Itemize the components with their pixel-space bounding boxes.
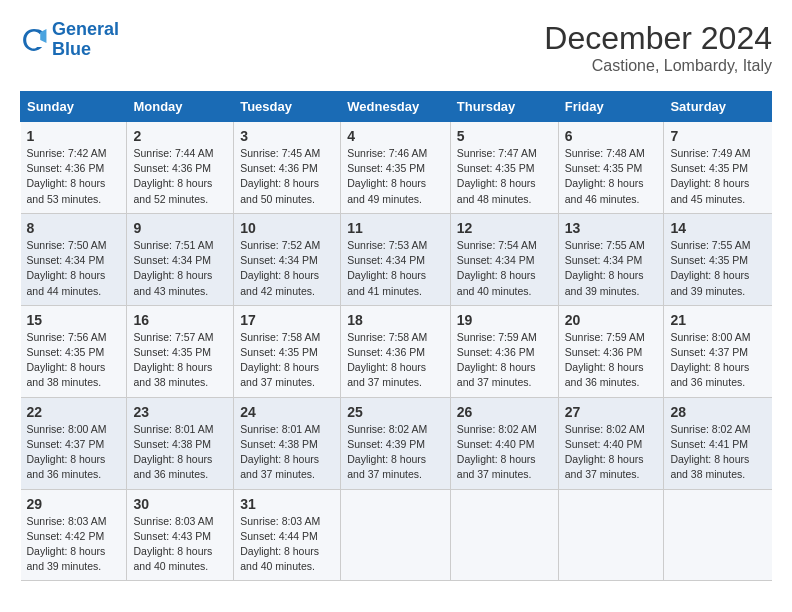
day-number: 7 bbox=[670, 128, 765, 144]
calendar-cell: 14Sunrise: 7:55 AMSunset: 4:35 PMDayligh… bbox=[664, 213, 772, 305]
day-number: 3 bbox=[240, 128, 334, 144]
day-info: Sunrise: 8:01 AMSunset: 4:38 PMDaylight:… bbox=[240, 422, 334, 483]
day-number: 16 bbox=[133, 312, 227, 328]
day-number: 13 bbox=[565, 220, 658, 236]
day-info: Sunrise: 7:56 AMSunset: 4:35 PMDaylight:… bbox=[27, 330, 121, 391]
day-number: 6 bbox=[565, 128, 658, 144]
month-year: December 2024 bbox=[544, 20, 772, 57]
calendar-cell: 8Sunrise: 7:50 AMSunset: 4:34 PMDaylight… bbox=[21, 213, 127, 305]
day-number: 23 bbox=[133, 404, 227, 420]
weekday-header-monday: Monday bbox=[127, 92, 234, 122]
day-number: 25 bbox=[347, 404, 444, 420]
day-number: 26 bbox=[457, 404, 552, 420]
day-info: Sunrise: 8:02 AMSunset: 4:40 PMDaylight:… bbox=[565, 422, 658, 483]
day-number: 12 bbox=[457, 220, 552, 236]
day-info: Sunrise: 7:57 AMSunset: 4:35 PMDaylight:… bbox=[133, 330, 227, 391]
day-info: Sunrise: 7:59 AMSunset: 4:36 PMDaylight:… bbox=[565, 330, 658, 391]
weekday-header-thursday: Thursday bbox=[450, 92, 558, 122]
day-info: Sunrise: 7:46 AMSunset: 4:35 PMDaylight:… bbox=[347, 146, 444, 207]
day-number: 18 bbox=[347, 312, 444, 328]
day-number: 22 bbox=[27, 404, 121, 420]
calendar-cell: 20Sunrise: 7:59 AMSunset: 4:36 PMDayligh… bbox=[558, 305, 664, 397]
day-number: 5 bbox=[457, 128, 552, 144]
calendar-cell: 6Sunrise: 7:48 AMSunset: 4:35 PMDaylight… bbox=[558, 122, 664, 214]
day-info: Sunrise: 7:59 AMSunset: 4:36 PMDaylight:… bbox=[457, 330, 552, 391]
calendar-cell: 26Sunrise: 8:02 AMSunset: 4:40 PMDayligh… bbox=[450, 397, 558, 489]
calendar-cell: 1Sunrise: 7:42 AMSunset: 4:36 PMDaylight… bbox=[21, 122, 127, 214]
calendar-cell: 2Sunrise: 7:44 AMSunset: 4:36 PMDaylight… bbox=[127, 122, 234, 214]
calendar-cell: 21Sunrise: 8:00 AMSunset: 4:37 PMDayligh… bbox=[664, 305, 772, 397]
calendar-cell: 27Sunrise: 8:02 AMSunset: 4:40 PMDayligh… bbox=[558, 397, 664, 489]
day-number: 17 bbox=[240, 312, 334, 328]
weekday-header-wednesday: Wednesday bbox=[341, 92, 451, 122]
calendar-cell: 30Sunrise: 8:03 AMSunset: 4:43 PMDayligh… bbox=[127, 489, 234, 581]
day-info: Sunrise: 7:52 AMSunset: 4:34 PMDaylight:… bbox=[240, 238, 334, 299]
calendar-cell: 23Sunrise: 8:01 AMSunset: 4:38 PMDayligh… bbox=[127, 397, 234, 489]
calendar-week-1: 1Sunrise: 7:42 AMSunset: 4:36 PMDaylight… bbox=[21, 122, 772, 214]
calendar-week-3: 15Sunrise: 7:56 AMSunset: 4:35 PMDayligh… bbox=[21, 305, 772, 397]
day-number: 2 bbox=[133, 128, 227, 144]
calendar-cell: 31Sunrise: 8:03 AMSunset: 4:44 PMDayligh… bbox=[234, 489, 341, 581]
calendar-cell: 17Sunrise: 7:58 AMSunset: 4:35 PMDayligh… bbox=[234, 305, 341, 397]
logo-icon bbox=[20, 26, 48, 54]
day-number: 27 bbox=[565, 404, 658, 420]
calendar-cell: 9Sunrise: 7:51 AMSunset: 4:34 PMDaylight… bbox=[127, 213, 234, 305]
weekday-header-tuesday: Tuesday bbox=[234, 92, 341, 122]
day-info: Sunrise: 7:58 AMSunset: 4:35 PMDaylight:… bbox=[240, 330, 334, 391]
day-info: Sunrise: 7:55 AMSunset: 4:35 PMDaylight:… bbox=[670, 238, 765, 299]
calendar-cell: 24Sunrise: 8:01 AMSunset: 4:38 PMDayligh… bbox=[234, 397, 341, 489]
day-number: 30 bbox=[133, 496, 227, 512]
day-info: Sunrise: 7:44 AMSunset: 4:36 PMDaylight:… bbox=[133, 146, 227, 207]
location: Castione, Lombardy, Italy bbox=[544, 57, 772, 75]
day-info: Sunrise: 7:49 AMSunset: 4:35 PMDaylight:… bbox=[670, 146, 765, 207]
calendar-cell: 19Sunrise: 7:59 AMSunset: 4:36 PMDayligh… bbox=[450, 305, 558, 397]
day-info: Sunrise: 8:03 AMSunset: 4:43 PMDaylight:… bbox=[133, 514, 227, 575]
day-info: Sunrise: 7:47 AMSunset: 4:35 PMDaylight:… bbox=[457, 146, 552, 207]
calendar-cell bbox=[450, 489, 558, 581]
day-info: Sunrise: 8:01 AMSunset: 4:38 PMDaylight:… bbox=[133, 422, 227, 483]
calendar-cell: 28Sunrise: 8:02 AMSunset: 4:41 PMDayligh… bbox=[664, 397, 772, 489]
calendar-cell: 22Sunrise: 8:00 AMSunset: 4:37 PMDayligh… bbox=[21, 397, 127, 489]
day-number: 24 bbox=[240, 404, 334, 420]
weekday-header-friday: Friday bbox=[558, 92, 664, 122]
calendar-week-5: 29Sunrise: 8:03 AMSunset: 4:42 PMDayligh… bbox=[21, 489, 772, 581]
calendar-cell bbox=[341, 489, 451, 581]
day-number: 1 bbox=[27, 128, 121, 144]
calendar-cell: 5Sunrise: 7:47 AMSunset: 4:35 PMDaylight… bbox=[450, 122, 558, 214]
day-info: Sunrise: 8:00 AMSunset: 4:37 PMDaylight:… bbox=[670, 330, 765, 391]
calendar-cell: 7Sunrise: 7:49 AMSunset: 4:35 PMDaylight… bbox=[664, 122, 772, 214]
calendar-cell: 12Sunrise: 7:54 AMSunset: 4:34 PMDayligh… bbox=[450, 213, 558, 305]
calendar-cell: 16Sunrise: 7:57 AMSunset: 4:35 PMDayligh… bbox=[127, 305, 234, 397]
weekday-header-sunday: Sunday bbox=[21, 92, 127, 122]
day-info: Sunrise: 7:53 AMSunset: 4:34 PMDaylight:… bbox=[347, 238, 444, 299]
day-number: 31 bbox=[240, 496, 334, 512]
day-info: Sunrise: 8:02 AMSunset: 4:41 PMDaylight:… bbox=[670, 422, 765, 483]
calendar-cell: 11Sunrise: 7:53 AMSunset: 4:34 PMDayligh… bbox=[341, 213, 451, 305]
day-number: 21 bbox=[670, 312, 765, 328]
day-info: Sunrise: 7:54 AMSunset: 4:34 PMDaylight:… bbox=[457, 238, 552, 299]
day-info: Sunrise: 7:50 AMSunset: 4:34 PMDaylight:… bbox=[27, 238, 121, 299]
day-info: Sunrise: 8:03 AMSunset: 4:42 PMDaylight:… bbox=[27, 514, 121, 575]
calendar-week-4: 22Sunrise: 8:00 AMSunset: 4:37 PMDayligh… bbox=[21, 397, 772, 489]
day-info: Sunrise: 8:00 AMSunset: 4:37 PMDaylight:… bbox=[27, 422, 121, 483]
day-info: Sunrise: 7:48 AMSunset: 4:35 PMDaylight:… bbox=[565, 146, 658, 207]
day-info: Sunrise: 7:51 AMSunset: 4:34 PMDaylight:… bbox=[133, 238, 227, 299]
day-number: 14 bbox=[670, 220, 765, 236]
day-number: 29 bbox=[27, 496, 121, 512]
day-info: Sunrise: 7:42 AMSunset: 4:36 PMDaylight:… bbox=[27, 146, 121, 207]
day-number: 10 bbox=[240, 220, 334, 236]
logo: General Blue bbox=[20, 20, 119, 60]
calendar-cell: 29Sunrise: 8:03 AMSunset: 4:42 PMDayligh… bbox=[21, 489, 127, 581]
calendar-cell: 4Sunrise: 7:46 AMSunset: 4:35 PMDaylight… bbox=[341, 122, 451, 214]
day-number: 15 bbox=[27, 312, 121, 328]
page-header: General Blue December 2024 Castione, Lom… bbox=[20, 20, 772, 75]
day-info: Sunrise: 8:02 AMSunset: 4:40 PMDaylight:… bbox=[457, 422, 552, 483]
calendar-week-2: 8Sunrise: 7:50 AMSunset: 4:34 PMDaylight… bbox=[21, 213, 772, 305]
day-number: 4 bbox=[347, 128, 444, 144]
calendar-cell bbox=[558, 489, 664, 581]
logo-text: General Blue bbox=[52, 20, 119, 60]
day-info: Sunrise: 7:58 AMSunset: 4:36 PMDaylight:… bbox=[347, 330, 444, 391]
calendar-cell: 3Sunrise: 7:45 AMSunset: 4:36 PMDaylight… bbox=[234, 122, 341, 214]
day-info: Sunrise: 8:02 AMSunset: 4:39 PMDaylight:… bbox=[347, 422, 444, 483]
weekday-header-saturday: Saturday bbox=[664, 92, 772, 122]
